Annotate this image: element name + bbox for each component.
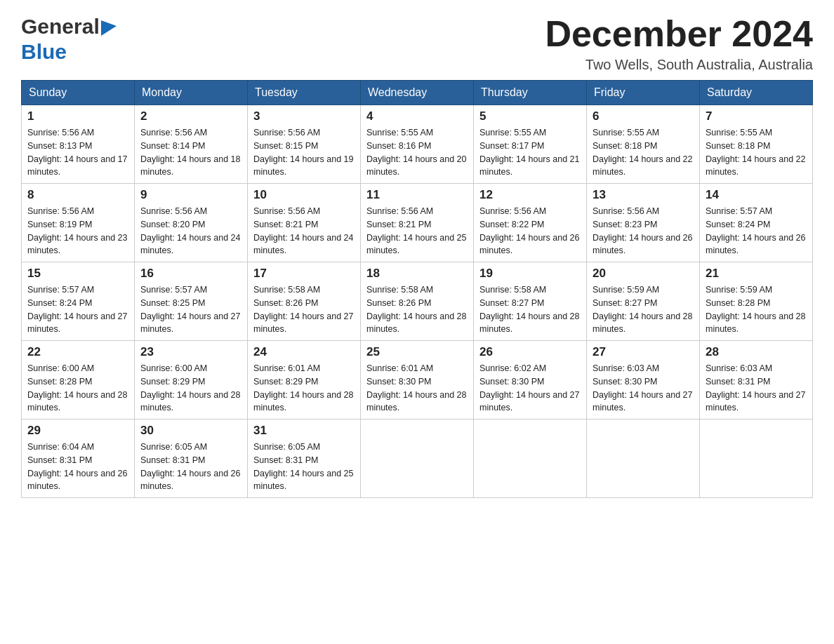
sunset-label: Sunset: 8:16 PM: [366, 141, 431, 151]
day-info: Sunrise: 5:55 AM Sunset: 8:16 PM Dayligh…: [366, 126, 468, 179]
sunset-label: Sunset: 8:29 PM: [253, 377, 318, 387]
sunrise-label: Sunrise: 5:56 AM: [140, 128, 207, 137]
table-row: [587, 420, 700, 498]
day-info: Sunrise: 5:56 AM Sunset: 8:13 PM Dayligh…: [27, 126, 128, 179]
table-row: 21 Sunrise: 5:59 AM Sunset: 8:28 PM Dayl…: [700, 262, 813, 341]
sunset-label: Sunset: 8:31 PM: [253, 455, 318, 465]
table-row: 29 Sunrise: 6:04 AM Sunset: 8:31 PM Dayl…: [22, 420, 135, 498]
day-number: 9: [140, 188, 241, 202]
day-info: Sunrise: 5:59 AM Sunset: 8:27 PM Dayligh…: [593, 283, 694, 336]
daylight-label: Daylight: 14 hours and 23 minutes.: [27, 233, 127, 256]
table-row: 11 Sunrise: 5:56 AM Sunset: 8:21 PM Dayl…: [361, 184, 474, 262]
daylight-label: Daylight: 14 hours and 27 minutes.: [706, 390, 805, 413]
day-number: 12: [479, 188, 581, 202]
table-row: 5 Sunrise: 5:55 AM Sunset: 8:17 PM Dayli…: [474, 105, 587, 184]
sunrise-label: Sunrise: 5:58 AM: [479, 285, 546, 295]
day-number: 16: [140, 267, 241, 281]
sunset-label: Sunset: 8:21 PM: [366, 220, 431, 229]
header-wednesday: Wednesday: [361, 81, 474, 105]
table-row: 28 Sunrise: 6:03 AM Sunset: 8:31 PM Dayl…: [700, 341, 813, 420]
sunrise-label: Sunrise: 5:56 AM: [479, 206, 546, 216]
day-number: 2: [140, 109, 241, 123]
table-row: 2 Sunrise: 5:56 AM Sunset: 8:14 PM Dayli…: [135, 105, 248, 184]
header-monday: Monday: [135, 81, 248, 105]
day-number: 22: [27, 345, 128, 359]
day-info: Sunrise: 5:56 AM Sunset: 8:14 PM Dayligh…: [140, 126, 241, 179]
day-number: 28: [706, 345, 807, 359]
day-number: 15: [27, 267, 128, 281]
daylight-label: Daylight: 14 hours and 27 minutes.: [253, 311, 353, 335]
day-number: 5: [479, 109, 581, 123]
daylight-label: Daylight: 14 hours and 25 minutes.: [253, 469, 353, 492]
sunrise-label: Sunrise: 5:56 AM: [27, 206, 94, 216]
sunset-label: Sunset: 8:24 PM: [27, 298, 92, 308]
sunset-label: Sunset: 8:20 PM: [140, 220, 205, 229]
header-tuesday: Tuesday: [248, 81, 361, 105]
sunrise-label: Sunrise: 6:03 AM: [706, 363, 772, 373]
sunset-label: Sunset: 8:24 PM: [706, 220, 770, 229]
table-row: 23 Sunrise: 6:00 AM Sunset: 8:29 PM Dayl…: [135, 341, 248, 420]
day-number: 17: [253, 267, 355, 281]
day-number: 18: [366, 267, 468, 281]
sunset-label: Sunset: 8:27 PM: [593, 298, 657, 308]
calendar-week-row: 1 Sunrise: 5:56 AM Sunset: 8:13 PM Dayli…: [22, 105, 813, 184]
sunrise-label: Sunrise: 6:05 AM: [253, 442, 320, 452]
sunset-label: Sunset: 8:31 PM: [140, 455, 205, 465]
daylight-label: Daylight: 14 hours and 28 minutes.: [706, 311, 805, 335]
table-row: 13 Sunrise: 5:56 AM Sunset: 8:23 PM Dayl…: [587, 184, 700, 262]
daylight-label: Daylight: 14 hours and 26 minutes.: [140, 469, 240, 492]
sunrise-label: Sunrise: 6:02 AM: [479, 363, 546, 373]
table-row: 18 Sunrise: 5:58 AM Sunset: 8:26 PM Dayl…: [361, 262, 474, 341]
sunset-label: Sunset: 8:15 PM: [253, 141, 318, 151]
day-info: Sunrise: 5:57 AM Sunset: 8:24 PM Dayligh…: [706, 205, 807, 257]
table-row: 9 Sunrise: 5:56 AM Sunset: 8:20 PM Dayli…: [135, 184, 248, 262]
day-number: 25: [366, 345, 468, 359]
day-info: Sunrise: 6:03 AM Sunset: 8:31 PM Dayligh…: [706, 362, 807, 415]
day-info: Sunrise: 6:05 AM Sunset: 8:31 PM Dayligh…: [253, 441, 355, 493]
daylight-label: Daylight: 14 hours and 26 minutes.: [479, 233, 579, 256]
sunrise-label: Sunrise: 5:55 AM: [593, 128, 659, 137]
day-number: 24: [253, 345, 355, 359]
sunrise-label: Sunrise: 5:58 AM: [253, 285, 320, 295]
logo-line1: General: [21, 14, 117, 39]
sunrise-label: Sunrise: 5:55 AM: [366, 128, 433, 137]
sunrise-label: Sunrise: 6:04 AM: [27, 442, 94, 452]
table-row: 31 Sunrise: 6:05 AM Sunset: 8:31 PM Dayl…: [248, 420, 361, 498]
day-number: 8: [27, 188, 128, 202]
daylight-label: Daylight: 14 hours and 24 minutes.: [140, 233, 240, 256]
sunset-label: Sunset: 8:31 PM: [27, 455, 92, 465]
sunrise-label: Sunrise: 6:03 AM: [593, 363, 659, 373]
sunrise-label: Sunrise: 6:00 AM: [140, 363, 207, 373]
daylight-label: Daylight: 14 hours and 26 minutes.: [706, 233, 805, 256]
daylight-label: Daylight: 14 hours and 28 minutes.: [366, 390, 466, 413]
day-info: Sunrise: 6:04 AM Sunset: 8:31 PM Dayligh…: [27, 441, 128, 493]
daylight-label: Daylight: 14 hours and 27 minutes.: [27, 311, 127, 335]
sunset-label: Sunset: 8:31 PM: [706, 377, 770, 387]
day-info: Sunrise: 5:56 AM Sunset: 8:21 PM Dayligh…: [253, 205, 355, 257]
day-number: 21: [706, 267, 807, 281]
header-friday: Friday: [587, 81, 700, 105]
sunset-label: Sunset: 8:30 PM: [593, 377, 657, 387]
day-number: 27: [593, 345, 694, 359]
day-info: Sunrise: 5:56 AM Sunset: 8:20 PM Dayligh…: [140, 205, 241, 257]
table-row: 27 Sunrise: 6:03 AM Sunset: 8:30 PM Dayl…: [587, 341, 700, 420]
day-info: Sunrise: 5:56 AM Sunset: 8:23 PM Dayligh…: [593, 205, 694, 257]
day-info: Sunrise: 5:55 AM Sunset: 8:17 PM Dayligh…: [479, 126, 581, 179]
daylight-label: Daylight: 14 hours and 26 minutes.: [593, 233, 692, 256]
day-number: 19: [479, 267, 581, 281]
title-block: December 2024 Two Wells, South Australia…: [545, 14, 813, 73]
sunrise-label: Sunrise: 5:56 AM: [140, 206, 207, 216]
table-row: 4 Sunrise: 5:55 AM Sunset: 8:16 PM Dayli…: [361, 105, 474, 184]
day-number: 26: [479, 345, 581, 359]
daylight-label: Daylight: 14 hours and 27 minutes.: [479, 390, 579, 413]
table-row: 20 Sunrise: 5:59 AM Sunset: 8:27 PM Dayl…: [587, 262, 700, 341]
sunset-label: Sunset: 8:27 PM: [479, 298, 544, 308]
day-info: Sunrise: 6:03 AM Sunset: 8:30 PM Dayligh…: [593, 362, 694, 415]
day-number: 14: [706, 188, 807, 202]
table-row: 22 Sunrise: 6:00 AM Sunset: 8:28 PM Dayl…: [22, 341, 135, 420]
sunset-label: Sunset: 8:29 PM: [140, 377, 205, 387]
day-info: Sunrise: 5:57 AM Sunset: 8:24 PM Dayligh…: [27, 283, 128, 336]
day-number: 29: [27, 424, 128, 438]
table-row: 6 Sunrise: 5:55 AM Sunset: 8:18 PM Dayli…: [587, 105, 700, 184]
day-number: 4: [366, 109, 468, 123]
